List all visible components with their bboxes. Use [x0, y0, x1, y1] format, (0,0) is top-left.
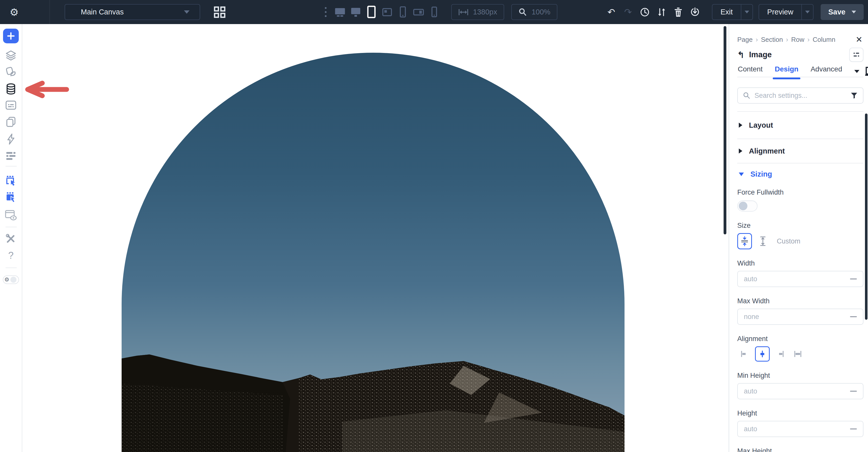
section-sizing-label: Sizing	[750, 170, 772, 178]
revisions-icon[interactable]	[656, 0, 667, 24]
align-fullwidth-button[interactable]	[790, 346, 805, 362]
trash-icon[interactable]	[673, 0, 684, 24]
settings-search-input[interactable]	[754, 92, 846, 99]
align-center-button[interactable]	[755, 346, 770, 362]
section-alignment-label: Alignment	[749, 147, 785, 155]
copy-paste-icon[interactable]	[5, 116, 17, 128]
width-field[interactable]	[737, 271, 863, 287]
presets-button[interactable]	[849, 48, 863, 62]
section-layout[interactable]: Layout	[737, 111, 863, 139]
filter-icon[interactable]	[850, 92, 858, 99]
settings-rows-icon[interactable]	[5, 151, 17, 160]
forms-icon[interactable]	[5, 99, 17, 111]
width-input[interactable]	[744, 275, 850, 283]
unit-dash-icon[interactable]	[850, 316, 857, 317]
browser-preview-icon[interactable]	[5, 210, 17, 221]
tab-content[interactable]: Content	[738, 65, 763, 79]
responsive-controls: 1380px 100%	[325, 0, 557, 24]
tablet-landscape-icon[interactable]	[381, 5, 393, 20]
settings-toggle[interactable]: ⚙	[3, 275, 19, 284]
unit-dash-icon[interactable]	[850, 278, 857, 279]
tab-design[interactable]: Design	[775, 65, 798, 79]
layers-icon[interactable]	[5, 50, 17, 61]
actions-bolt-icon[interactable]	[5, 133, 17, 145]
section-alignment[interactable]: Alignment	[737, 139, 863, 163]
alignment-options	[737, 346, 863, 362]
undo-icon[interactable]: ↶	[606, 0, 617, 24]
desktop-large-icon[interactable]	[334, 5, 346, 20]
exit-button[interactable]: Exit	[712, 4, 753, 20]
redo-icon[interactable]: ↷	[623, 0, 633, 24]
left-sidebar: ? ⚙	[0, 24, 22, 452]
tabs-dropdown-icon[interactable]	[854, 70, 859, 73]
fit-content-icon	[739, 236, 750, 247]
back-icon[interactable]: ↰	[737, 50, 745, 60]
force-fullwidth-toggle[interactable]	[737, 201, 757, 212]
toggle-knob	[10, 277, 17, 283]
sidebar-divider	[6, 166, 17, 167]
panel-tabs: Content Design Advanced	[737, 64, 863, 77]
database-icon[interactable]	[5, 83, 17, 95]
max-height-label: Max Height	[737, 447, 863, 452]
settings-search[interactable]	[737, 87, 863, 103]
tools-icon[interactable]	[5, 233, 17, 244]
breadcrumb-column[interactable]: Column	[813, 36, 836, 43]
size-custom-label[interactable]: Custom	[777, 237, 800, 245]
size-fit-button[interactable]	[737, 233, 752, 249]
design-library-icon[interactable]	[5, 66, 17, 78]
add-element-button[interactable]	[3, 29, 19, 43]
select-mode-icon[interactable]	[5, 175, 17, 187]
zoom-control[interactable]: 100%	[511, 4, 557, 20]
topbar-separator	[50, 0, 50, 24]
phone-landscape-icon[interactable]	[413, 5, 424, 20]
history-icon[interactable]	[640, 0, 650, 24]
tab-advanced[interactable]: Advanced	[810, 65, 842, 79]
select-mode-filled-icon[interactable]	[5, 191, 17, 204]
breadcrumb-row[interactable]: Row	[791, 36, 804, 43]
breadcrumb-section[interactable]: Section	[761, 36, 783, 43]
max-width-input[interactable]	[744, 313, 850, 321]
settings-sections: Layout Alignment Sizing Force Fullwidth …	[737, 111, 863, 452]
height-field[interactable]	[737, 421, 863, 437]
close-icon[interactable]: ✕	[856, 35, 863, 44]
align-right-button[interactable]	[773, 346, 787, 362]
panel-scrollbar[interactable]	[865, 114, 867, 320]
import-icon[interactable]	[690, 0, 700, 24]
phone-small-icon[interactable]	[428, 5, 440, 20]
desktop-icon[interactable]	[350, 5, 362, 20]
preview-button[interactable]: Preview	[758, 4, 813, 20]
width-measure-icon	[458, 8, 468, 16]
tablet-portrait-icon[interactable]	[366, 5, 377, 20]
editor-canvas[interactable]	[23, 24, 728, 452]
canvas-selector-label: Main Canvas	[81, 8, 184, 16]
height-input[interactable]	[744, 425, 850, 433]
viewport-width-value: 1380px	[473, 8, 497, 16]
min-height-input[interactable]	[744, 387, 850, 395]
phone-portrait-icon[interactable]	[397, 5, 409, 20]
preview-dropdown[interactable]	[801, 5, 813, 20]
unit-dash-icon[interactable]	[850, 391, 857, 392]
breadcrumb-page[interactable]: Page	[737, 36, 753, 43]
align-left-button[interactable]	[737, 346, 752, 362]
min-height-field[interactable]	[737, 383, 863, 399]
canvas-scrollbar[interactable]	[723, 26, 726, 234]
height-measure-icon	[757, 236, 768, 247]
max-width-field[interactable]	[737, 309, 863, 325]
arch-image[interactable]	[122, 53, 624, 452]
kebab-menu-icon[interactable]	[325, 7, 327, 17]
section-sizing[interactable]: Sizing	[737, 163, 863, 178]
canvas-selector-dropdown[interactable]: Main Canvas	[65, 4, 200, 20]
breakpoint-frame-icon[interactable]	[864, 66, 868, 77]
grid-view-icon[interactable]	[214, 6, 226, 19]
gear-icon[interactable]: ⚙	[7, 0, 22, 24]
save-button[interactable]: Save	[820, 4, 864, 20]
save-dropdown-icon[interactable]	[851, 11, 856, 13]
unit-dash-icon[interactable]	[850, 428, 857, 429]
breadcrumb-chevron-icon: ›	[786, 36, 788, 43]
height-label: Height	[737, 410, 863, 417]
size-custom-height-button[interactable]	[755, 233, 770, 249]
viewport-width-input[interactable]: 1380px	[451, 4, 504, 20]
exit-dropdown[interactable]	[741, 5, 752, 20]
help-icon[interactable]: ?	[8, 250, 13, 261]
breadcrumb-chevron-icon: ›	[756, 36, 758, 43]
